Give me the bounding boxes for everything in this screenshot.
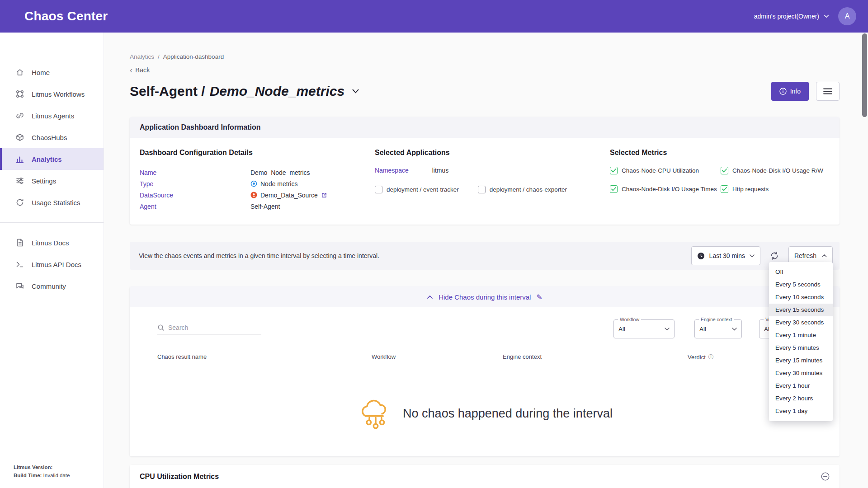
breadcrumb-application-dashboard: Application-dashboard — [163, 53, 224, 60]
checkbox-event-tracker[interactable]: deployment / event-tracker — [375, 186, 459, 193]
api-docs-icon — [15, 260, 24, 269]
checkbox-checked-icon — [721, 167, 728, 174]
build-time-label: Build Time: — [14, 473, 42, 478]
refresh-option[interactable]: Every 5 minutes — [769, 342, 833, 354]
breadcrumb: Analytics / Application-dashboard — [130, 53, 840, 60]
checkbox-disk-io-rw[interactable]: Chaos-Node-Disk I/O Usage R/W — [721, 167, 830, 174]
refresh-option[interactable]: Every 15 minutes — [769, 354, 833, 367]
main-content: Analytics / Application-dashboard ‹ Back… — [104, 33, 868, 488]
verdict-info-icon[interactable]: ⓘ — [708, 353, 714, 361]
checkbox-disk-io-times[interactable]: Chaos-Node-Disk I/O Usage Times — [610, 185, 721, 193]
community-icon — [15, 282, 24, 291]
namespace-row: Namespace litmus — [375, 167, 610, 174]
sidebar-item-chaoshubs[interactable]: ChaosHubs — [0, 127, 104, 148]
scrollbar-thumb[interactable] — [862, 33, 867, 117]
info-button[interactable]: Info — [771, 82, 809, 101]
search-input[interactable] — [168, 324, 261, 331]
dashboard-options-button[interactable] — [816, 82, 840, 101]
sidebar-item-home[interactable]: Home — [0, 61, 104, 83]
refresh-interval-menu: Off Every 5 seconds Every 10 seconds Eve… — [769, 262, 833, 421]
workflows-icon — [15, 89, 24, 99]
empty-message: No chaos happened during the interval — [403, 407, 613, 421]
checkbox-unchecked-icon — [478, 186, 486, 193]
dashboard-switcher-chevron-icon[interactable] — [352, 89, 359, 94]
search-box — [157, 324, 261, 334]
hide-chaos-toggle[interactable]: Hide Chaos during this interval — [439, 293, 531, 301]
sidebar-item-litmus-api-docs[interactable]: Litmus API Docs — [0, 253, 104, 275]
refresh-now-button[interactable] — [768, 249, 781, 263]
sidebar-item-litmus-agents[interactable]: Litmus Agents — [0, 105, 104, 127]
sidebar-item-label: Litmus Docs — [32, 239, 69, 247]
refresh-option[interactable]: Every 1 day — [769, 405, 833, 418]
checkbox-unchecked-icon — [375, 186, 382, 193]
time-range-select[interactable]: Last 30 mins — [691, 246, 760, 265]
checkbox-http-requests[interactable]: Http requests — [721, 185, 830, 193]
usage-icon — [15, 198, 24, 207]
refresh-option[interactable]: Off — [769, 266, 833, 278]
chevron-down-icon — [732, 328, 737, 331]
table-header-row: Chaos result name Workflow Engine contex… — [130, 353, 840, 361]
refresh-option[interactable]: Every 30 minutes — [769, 367, 833, 380]
config-label: DataSource — [140, 192, 250, 199]
hide-chaos-bar: Hide Chaos during this interval ✎ — [130, 286, 840, 307]
refresh-option[interactable]: Every 2 hours — [769, 392, 833, 405]
checkbox-cpu-utilization[interactable]: Chaos-Node-CPU Utilization — [610, 167, 721, 174]
checkbox-chaos-exporter[interactable]: deployment / chaos-exporter — [478, 186, 567, 193]
namespace-label: Namespace — [375, 167, 409, 174]
sidebar-item-settings[interactable]: Settings — [0, 170, 104, 192]
sidebar-item-label: Settings — [32, 177, 56, 185]
refresh-option[interactable]: Every 1 minute — [769, 329, 833, 342]
sidebar-item-litmus-workflows[interactable]: Litmus Workflows — [0, 83, 104, 105]
breadcrumb-analytics[interactable]: Analytics — [130, 53, 154, 60]
selected-applications: Selected Applications Namespace litmus d… — [375, 149, 610, 212]
config-value: Self-Agent — [250, 203, 280, 210]
metrics-checkboxes: Chaos-Node-CPU Utilization Chaos-Node-Di… — [610, 167, 830, 193]
refresh-option-selected[interactable]: Every 15 seconds — [769, 304, 833, 316]
cpu-card-header: CPU Utilization Metrics — [130, 465, 840, 488]
column-workflow: Workflow — [372, 353, 503, 361]
home-icon — [15, 68, 24, 77]
topbar: Chaos Center admin's project(Owner) A — [0, 0, 868, 33]
refresh-option[interactable]: Every 30 seconds — [769, 316, 833, 329]
sidebar-item-usage-statistics[interactable]: Usage Statistics — [0, 192, 104, 213]
chevron-left-icon: ‹ — [130, 67, 132, 73]
column-engine-context: Engine context — [503, 353, 688, 361]
config-value: Demo_Data_Source — [250, 192, 327, 199]
sidebar-item-label: ChaosHubs — [32, 134, 67, 141]
config-row-name: Name Demo_Node_metrics — [140, 167, 375, 178]
sidebar-item-litmus-docs[interactable]: Litmus Docs — [0, 232, 104, 253]
checkbox-checked-icon — [721, 185, 728, 193]
chaos-cloud-icon — [357, 396, 395, 431]
engine-context-filter-select[interactable]: Engine context All — [694, 319, 742, 338]
collapse-minus-icon[interactable] — [821, 472, 830, 481]
chevron-down-icon — [750, 254, 755, 258]
back-button[interactable]: ‹ Back — [130, 66, 150, 74]
chevron-down-icon — [665, 328, 670, 331]
sidebar-item-label: Litmus API Docs — [32, 261, 81, 268]
checkbox-checked-icon — [610, 167, 618, 174]
section-title: Dashboard Configuration Details — [140, 149, 375, 157]
cpu-section-title: CPU Utilization Metrics — [140, 473, 219, 481]
time-range-value: Last 30 mins — [709, 252, 745, 259]
filter-label: Workflow — [618, 317, 641, 322]
external-link-icon[interactable] — [321, 192, 327, 198]
chevron-down-icon — [824, 14, 829, 18]
filter-value: All — [618, 326, 625, 333]
back-label: Back — [135, 66, 150, 74]
refresh-option[interactable]: Every 10 seconds — [769, 291, 833, 304]
filter-label: Engine context — [699, 317, 734, 322]
workflow-filter-select[interactable]: Workflow All — [613, 319, 675, 338]
refresh-option[interactable]: Every 5 seconds — [769, 278, 833, 291]
sidebar-item-analytics[interactable]: Analytics — [0, 148, 104, 170]
collapse-chevron-up-icon[interactable] — [427, 295, 433, 299]
project-switcher[interactable]: admin's project(Owner) — [754, 13, 829, 20]
sidebar-item-label: Community — [32, 282, 66, 290]
clock-icon — [697, 252, 705, 260]
avatar[interactable]: A — [838, 7, 856, 25]
edit-pencil-icon[interactable]: ✎ — [536, 293, 542, 301]
project-name: admin's project(Owner) — [754, 13, 819, 20]
refresh-select-value: Refresh — [794, 252, 816, 259]
sidebar-item-community[interactable]: Community — [0, 275, 104, 297]
refresh-option[interactable]: Every 1 hour — [769, 380, 833, 392]
info-icon — [779, 88, 787, 95]
